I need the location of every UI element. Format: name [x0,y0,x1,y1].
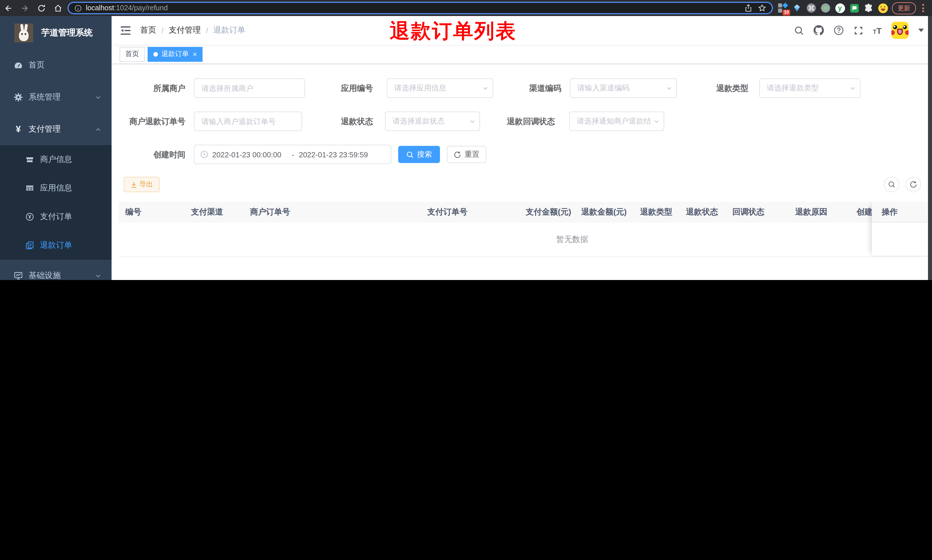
column-header: 支付金额(元) [526,202,571,222]
extensions-grid-icon[interactable]: 10 [778,3,788,13]
browser-toolbar: localhost:1024/pay/refund 10 y [0,0,932,16]
merchant-refund-no-input[interactable] [194,112,302,131]
chat-extension-icon[interactable] [849,3,859,13]
help-icon[interactable] [833,25,844,35]
gem-extension-icon[interactable] [792,3,802,13]
sidebar-item-app-info[interactable]: 应用信息 [0,174,112,203]
breadcrumb-home[interactable]: 首页 [140,25,156,35]
site-info-icon[interactable] [74,4,82,12]
browser-menu-icon[interactable] [920,4,926,12]
app-label: 应用编号 [311,78,373,98]
sidebar-item-label: 应用信息 [40,183,72,193]
browser-extensions-area: 10 y 更新 [778,2,932,14]
tab-home[interactable]: 首页 [120,47,145,62]
browser-home-button[interactable] [50,0,66,16]
sidebar-item-system[interactable]: 系统管理 [0,81,112,113]
app-title: 芋道管理系统 [41,27,93,38]
sidebar-item-infrastructure[interactable]: 基础设施 [0,260,112,280]
page-content: 所属商户 应用编号 请选择应用信息 渠道编码 请输入渠道编码 退款类型 请选择退… [112,64,932,280]
chevron-down-icon [95,272,101,279]
yen-circle-icon [25,212,35,222]
table-body: 暂无数据 [118,223,927,257]
browser-reload-button[interactable] [33,0,50,16]
column-header: 退款状态 [686,202,718,222]
date-separator: - [292,150,294,159]
grid-table-icon [25,184,35,193]
select-chevron-down-icon [654,118,660,125]
browser-forward-button[interactable] [17,0,33,16]
sidebar-item-label: 系统管理 [29,92,61,102]
column-header: 编号 [125,202,141,222]
create-time-range-picker[interactable]: 2022-01-23 00:00:00 - 2022-01-23 23:59:5… [194,145,391,164]
shop-icon [25,155,35,164]
header-search-icon[interactable] [794,25,804,35]
sidebar-collapse-icon[interactable] [121,26,131,35]
tab-refund-order[interactable]: 退款订单 × [148,47,203,62]
breadcrumb: 首页 / 支付管理 / 退款订单 [140,25,245,35]
export-button[interactable]: 导出 [124,177,160,192]
fullscreen-icon[interactable] [854,25,863,35]
browser-update-button[interactable]: 更新 [892,2,916,14]
refresh-table-button[interactable] [906,177,921,192]
merchant-input[interactable] [194,78,305,98]
record-extension-icon[interactable] [820,3,831,13]
reset-button[interactable]: 重置 [447,146,486,163]
avatar[interactable] [891,22,909,39]
sidebar-item-payment-order[interactable]: 支付订单 [0,203,112,231]
breadcrumb-current: 退款订单 [214,25,245,35]
column-header: 退款原因 [795,202,827,222]
date-start-value[interactable]: 2022-01-23 00:00:00 [212,150,287,159]
command-extension-icon[interactable] [806,3,817,13]
bookmark-star-icon[interactable] [758,4,766,12]
sidebar: 芋道管理系统 首页 系统管理 ¥ 支付管理 商户信息 [0,16,112,280]
search-button[interactable]: 搜索 [398,146,440,163]
channel-select[interactable]: 请输入渠道编码 [570,78,677,98]
navbar-actions: TT [794,22,932,39]
notify-status-select[interactable]: 请选择通知商户退款结果 [569,112,664,131]
select-chevron-down-icon [482,85,489,92]
tab-close-icon[interactable]: × [193,51,197,57]
sidebar-item-home[interactable]: 首页 [0,49,112,81]
browser-back-button[interactable] [0,0,17,16]
show-search-toggle-button[interactable] [884,177,900,192]
annotation-title: 退款订单列表 [390,18,517,45]
column-header-actions: 操作 [872,202,927,223]
date-end-value[interactable]: 2022-01-23 23:59:59 [299,150,374,159]
github-icon[interactable] [813,25,824,35]
breadcrumb-separator: / [206,26,208,35]
address-bar[interactable]: localhost:1024/pay/refund [68,2,773,14]
sidebar-item-label: 商户信息 [40,154,72,165]
emoji-extension-icon[interactable] [878,3,888,13]
top-navbar: 首页 / 支付管理 / 退款订单 TT [112,16,932,45]
font-size-icon[interactable]: TT [873,26,882,35]
select-chevron-down-icon [850,85,856,92]
app-logo: 芋道管理系统 [0,16,112,49]
table-fixed-right-column: 操作 [872,202,927,256]
payment-submenu: 商户信息 应用信息 支付订单 退款订单 [0,145,112,260]
sidebar-item-label: 支付管理 [29,124,61,134]
sidebar-item-payment[interactable]: ¥ 支付管理 [0,113,112,145]
breadcrumb-separator: / [161,26,164,35]
sidebar-item-refund-order[interactable]: 退款订单 [0,231,112,260]
app-select[interactable]: 请选择应用信息 [387,78,493,98]
logo-image [14,23,33,42]
refund-status-label: 退款状态 [311,112,373,131]
active-tab-dot [153,52,158,56]
refund-status-select[interactable]: 请选择退款状态 [385,112,480,131]
refund-type-label: 退款类型 [687,78,748,98]
channel-label: 渠道编码 [500,78,561,98]
y-extension-icon[interactable]: y [835,3,845,13]
merchant-label: 所属商户 [124,78,185,98]
breadcrumb-payment[interactable]: 支付管理 [169,25,201,35]
puzzle-extensions-icon[interactable] [863,3,874,13]
main-area: 首页 / 支付管理 / 退款订单 TT [112,16,932,280]
notify-status-label: 退款回调状态 [493,112,555,131]
refund-type-select[interactable]: 请选择退款类型 [759,78,860,98]
column-header: 退款金额(元) [581,202,627,222]
share-icon[interactable] [744,4,752,12]
table-header: 编号 支付渠道 商户订单号 支付订单号 支付金额(元) 退款金额(元) 退款类型… [118,202,927,223]
select-chevron-down-icon [469,118,475,125]
avatar-caret-down-icon[interactable] [918,29,924,32]
url-text[interactable]: localhost:1024/pay/refund [86,4,739,12]
sidebar-item-merchant-info[interactable]: 商户信息 [0,145,112,174]
